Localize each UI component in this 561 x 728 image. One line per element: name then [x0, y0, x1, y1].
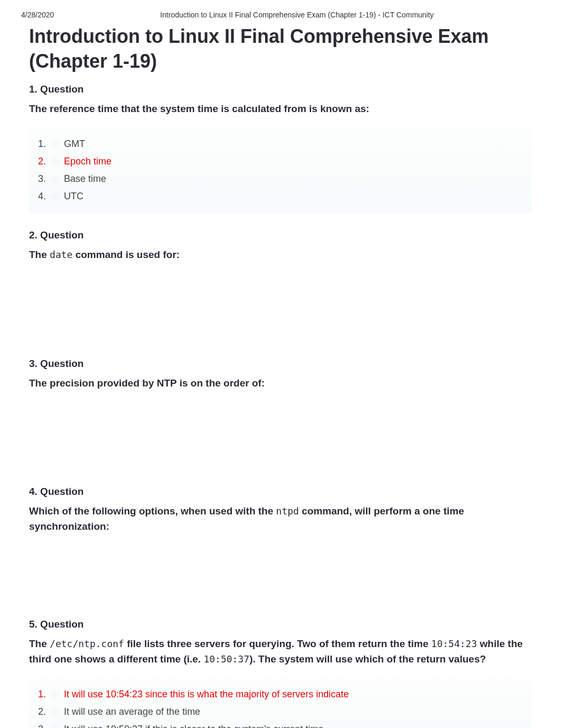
- q5-text: The /etc/ntp.conf file lists three serve…: [29, 637, 532, 667]
- q3-heading: 3. Question: [29, 358, 532, 370]
- q2-text-pre: The: [29, 249, 50, 260]
- radio-marker-icon: [51, 176, 59, 183]
- q2-text-mono: date: [50, 249, 72, 260]
- header-date: 4/28/2020: [21, 11, 54, 19]
- radio-marker-icon: [51, 691, 59, 698]
- q1-text: The reference time that the system time …: [29, 102, 532, 117]
- option-number: 2.: [34, 156, 49, 167]
- radio-marker-icon: [51, 193, 59, 200]
- q5-option-3: 3. It will use 10:50:37 if this is close…: [34, 721, 527, 728]
- option-text: It will use an average of the time: [64, 706, 527, 717]
- q2-options-hidden: [29, 273, 532, 342]
- q1-option-1: 1. GMT: [34, 135, 527, 153]
- option-number: 1.: [34, 689, 49, 700]
- q1-option-3: 3. Base time: [34, 170, 527, 188]
- option-number: 4.: [34, 191, 49, 202]
- radio-marker-icon: [51, 708, 59, 716]
- option-number: 1.: [34, 139, 49, 150]
- q5-options: 1. It will use 10:54:23 since this is wh…: [29, 677, 532, 728]
- header-doc-title: Introduction to Linux II Final Comprehen…: [54, 11, 540, 19]
- page-title: Introduction to Linux II Final Comprehen…: [29, 24, 532, 74]
- option-number: 2.: [34, 706, 49, 717]
- q3-options-hidden: [29, 401, 532, 470]
- option-text: It will use 10:50:37 if this is closer t…: [64, 724, 527, 728]
- option-text: UTC: [64, 191, 527, 202]
- q1-heading: 1. Question: [29, 84, 532, 95]
- q5-text-pre: The: [29, 638, 50, 649]
- q2-text: The date command is used for:: [29, 247, 532, 263]
- q4-options-hidden: [29, 545, 532, 603]
- option-number: 3.: [34, 173, 49, 185]
- q4-text-mono: ntpd: [276, 505, 299, 517]
- q4-text-pre: Which of the following options, when use…: [29, 505, 276, 517]
- q1-options: 1. GMT 2. Epoch time 3. Base time 4. UTC: [29, 127, 532, 214]
- q2-heading: 2. Question: [29, 229, 532, 241]
- option-text: Epoch time: [64, 156, 527, 167]
- q5-heading: 5. Question: [29, 619, 532, 630]
- q5-text-post: ). The system will use which of the retu…: [249, 653, 486, 665]
- q5-text-mid1: file lists three servers for querying. T…: [124, 638, 431, 649]
- radio-marker-icon: [51, 158, 59, 165]
- q1-option-2: 2. Epoch time: [34, 153, 527, 170]
- q5-option-1: 1. It will use 10:54:23 since this is wh…: [34, 686, 527, 703]
- option-text: GMT: [64, 139, 527, 150]
- q5-text-mono1: /etc/ntp.conf: [50, 638, 124, 649]
- option-text: Base time: [64, 173, 527, 185]
- q5-text-mono3: 10:50:37: [203, 653, 249, 665]
- q1-option-4: 4. UTC: [34, 188, 527, 205]
- document-content: Introduction to Linux II Final Comprehen…: [0, 24, 561, 728]
- radio-marker-icon: [51, 141, 59, 148]
- q2-text-post: command is used for:: [72, 249, 180, 260]
- q4-text: Which of the following options, when use…: [29, 504, 532, 534]
- page-header: 4/28/2020 Introduction to Linux II Final…: [0, 0, 561, 24]
- q5-text-mono2: 10:54:23: [431, 638, 477, 649]
- q3-text: The precision provided by NTP is on the …: [29, 376, 532, 391]
- radio-marker-icon: [51, 726, 59, 728]
- q4-heading: 4. Question: [29, 486, 532, 497]
- option-text: It will use 10:54:23 since this is what …: [64, 689, 527, 700]
- option-number: 3.: [34, 724, 49, 728]
- q5-option-2: 2. It will use an average of the time: [34, 703, 527, 721]
